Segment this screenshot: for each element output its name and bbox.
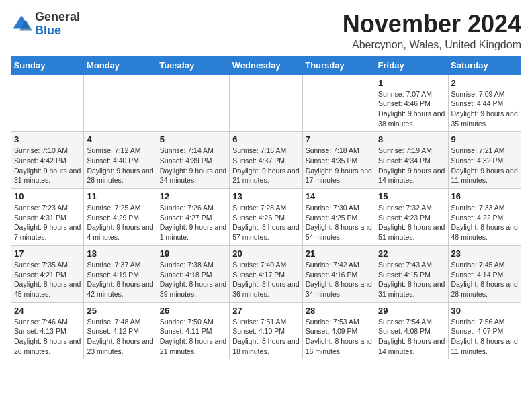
day-info: Sunrise: 7:46 AM Sunset: 4:13 PM Dayligh… <box>14 317 81 357</box>
day-info: Sunrise: 7:18 AM Sunset: 4:35 PM Dayligh… <box>306 146 372 185</box>
logo-icon <box>11 13 32 35</box>
day-number: 29 <box>378 306 445 316</box>
day-number: 18 <box>87 248 153 259</box>
day-info: Sunrise: 7:28 AM Sunset: 4:26 PM Dayligh… <box>232 203 299 242</box>
logo-blue: Blue <box>35 24 61 37</box>
day-cell: 19Sunrise: 7:38 AM Sunset: 4:18 PM Dayli… <box>157 245 229 302</box>
day-number: 13 <box>232 191 299 201</box>
day-number: 25 <box>87 306 153 316</box>
day-cell: 1Sunrise: 7:07 AM Sunset: 4:46 PM Daylig… <box>375 75 448 132</box>
day-cell: 28Sunrise: 7:53 AM Sunset: 4:09 PM Dayli… <box>302 302 375 359</box>
day-cell: 9Sunrise: 7:21 AM Sunset: 4:32 PM Daylig… <box>448 132 521 189</box>
title-area: November 2024 Abercynon, Wales, United K… <box>343 11 521 51</box>
day-cell <box>11 75 84 132</box>
day-number: 21 <box>306 248 372 259</box>
day-info: Sunrise: 7:07 AM Sunset: 4:46 PM Dayligh… <box>378 89 445 129</box>
day-cell: 8Sunrise: 7:19 AM Sunset: 4:34 PM Daylig… <box>375 132 448 189</box>
day-cell: 30Sunrise: 7:56 AM Sunset: 4:07 PM Dayli… <box>448 302 521 359</box>
day-info: Sunrise: 7:26 AM Sunset: 4:27 PM Dayligh… <box>160 203 226 242</box>
day-header-saturday: Saturday <box>448 56 521 75</box>
day-header-friday: Friday <box>375 56 448 75</box>
week-row-3: 10Sunrise: 7:23 AM Sunset: 4:31 PM Dayli… <box>11 189 521 246</box>
day-number: 15 <box>378 191 445 201</box>
day-cell <box>84 75 157 132</box>
day-info: Sunrise: 7:53 AM Sunset: 4:09 PM Dayligh… <box>306 317 372 357</box>
day-cell: 3Sunrise: 7:10 AM Sunset: 4:42 PM Daylig… <box>11 132 84 189</box>
day-cell <box>230 75 302 132</box>
day-cell <box>157 75 229 132</box>
day-number: 9 <box>451 134 518 144</box>
day-info: Sunrise: 7:25 AM Sunset: 4:29 PM Dayligh… <box>87 203 153 242</box>
day-cell: 16Sunrise: 7:33 AM Sunset: 4:22 PM Dayli… <box>448 189 521 246</box>
day-cell: 18Sunrise: 7:37 AM Sunset: 4:19 PM Dayli… <box>84 245 157 302</box>
day-cell: 12Sunrise: 7:26 AM Sunset: 4:27 PM Dayli… <box>157 189 229 246</box>
logo-general: General <box>35 10 80 24</box>
header: General Blue November 2024 Abercynon, Wa… <box>11 11 521 51</box>
day-info: Sunrise: 7:16 AM Sunset: 4:37 PM Dayligh… <box>232 146 299 185</box>
day-info: Sunrise: 7:56 AM Sunset: 4:07 PM Dayligh… <box>451 317 518 357</box>
day-cell: 23Sunrise: 7:45 AM Sunset: 4:14 PM Dayli… <box>448 245 521 302</box>
day-number: 12 <box>160 191 226 201</box>
day-number: 19 <box>160 248 226 259</box>
day-number: 22 <box>378 248 445 259</box>
week-row-1: 1Sunrise: 7:07 AM Sunset: 4:46 PM Daylig… <box>11 75 521 132</box>
month-title: November 2024 <box>343 11 521 38</box>
day-cell: 15Sunrise: 7:32 AM Sunset: 4:23 PM Dayli… <box>375 189 448 246</box>
day-info: Sunrise: 7:21 AM Sunset: 4:32 PM Dayligh… <box>451 146 518 185</box>
day-cell: 21Sunrise: 7:42 AM Sunset: 4:16 PM Dayli… <box>302 245 375 302</box>
day-cell: 10Sunrise: 7:23 AM Sunset: 4:31 PM Dayli… <box>11 189 84 246</box>
location-title: Abercynon, Wales, United Kingdom <box>343 39 521 51</box>
day-header-monday: Monday <box>84 56 157 75</box>
day-number: 27 <box>232 306 299 316</box>
day-cell: 20Sunrise: 7:40 AM Sunset: 4:17 PM Dayli… <box>230 245 302 302</box>
day-info: Sunrise: 7:54 AM Sunset: 4:08 PM Dayligh… <box>378 317 445 357</box>
day-info: Sunrise: 7:50 AM Sunset: 4:11 PM Dayligh… <box>160 317 226 357</box>
day-number: 16 <box>451 191 518 201</box>
day-header-thursday: Thursday <box>302 56 375 75</box>
day-cell: 11Sunrise: 7:25 AM Sunset: 4:29 PM Dayli… <box>84 189 157 246</box>
day-number: 10 <box>14 191 81 201</box>
day-info: Sunrise: 7:19 AM Sunset: 4:34 PM Dayligh… <box>378 146 445 185</box>
day-cell <box>302 75 375 132</box>
day-number: 26 <box>160 306 226 316</box>
day-cell: 24Sunrise: 7:46 AM Sunset: 4:13 PM Dayli… <box>11 302 84 359</box>
day-number: 30 <box>451 306 518 316</box>
day-info: Sunrise: 7:42 AM Sunset: 4:16 PM Dayligh… <box>306 260 372 300</box>
day-info: Sunrise: 7:12 AM Sunset: 4:40 PM Dayligh… <box>87 146 153 185</box>
day-info: Sunrise: 7:35 AM Sunset: 4:21 PM Dayligh… <box>14 260 81 300</box>
day-cell: 14Sunrise: 7:30 AM Sunset: 4:25 PM Dayli… <box>302 189 375 246</box>
week-row-2: 3Sunrise: 7:10 AM Sunset: 4:42 PM Daylig… <box>11 132 521 189</box>
day-number: 4 <box>87 134 153 144</box>
day-cell: 25Sunrise: 7:48 AM Sunset: 4:12 PM Dayli… <box>84 302 157 359</box>
day-header-wednesday: Wednesday <box>230 56 302 75</box>
week-row-5: 24Sunrise: 7:46 AM Sunset: 4:13 PM Dayli… <box>11 302 521 359</box>
day-cell: 17Sunrise: 7:35 AM Sunset: 4:21 PM Dayli… <box>11 245 84 302</box>
day-info: Sunrise: 7:30 AM Sunset: 4:25 PM Dayligh… <box>306 203 372 242</box>
day-number: 3 <box>14 134 81 144</box>
day-cell: 27Sunrise: 7:51 AM Sunset: 4:10 PM Dayli… <box>230 302 302 359</box>
day-header-tuesday: Tuesday <box>157 56 229 75</box>
day-info: Sunrise: 7:14 AM Sunset: 4:39 PM Dayligh… <box>160 146 226 185</box>
day-cell: 4Sunrise: 7:12 AM Sunset: 4:40 PM Daylig… <box>84 132 157 189</box>
day-cell: 26Sunrise: 7:50 AM Sunset: 4:11 PM Dayli… <box>157 302 229 359</box>
day-info: Sunrise: 7:43 AM Sunset: 4:15 PM Dayligh… <box>378 260 445 300</box>
day-number: 8 <box>378 134 445 144</box>
day-number: 11 <box>87 191 153 201</box>
day-number: 24 <box>14 306 81 316</box>
day-cell: 13Sunrise: 7:28 AM Sunset: 4:26 PM Dayli… <box>230 189 302 246</box>
day-number: 20 <box>232 248 299 259</box>
day-number: 5 <box>160 134 226 144</box>
day-cell: 5Sunrise: 7:14 AM Sunset: 4:39 PM Daylig… <box>157 132 229 189</box>
day-cell: 2Sunrise: 7:09 AM Sunset: 4:44 PM Daylig… <box>448 75 521 132</box>
day-number: 2 <box>451 78 518 88</box>
day-cell: 7Sunrise: 7:18 AM Sunset: 4:35 PM Daylig… <box>302 132 375 189</box>
day-number: 1 <box>378 78 445 88</box>
day-info: Sunrise: 7:32 AM Sunset: 4:23 PM Dayligh… <box>378 203 445 242</box>
day-number: 14 <box>306 191 372 201</box>
day-number: 6 <box>232 134 299 144</box>
day-info: Sunrise: 7:37 AM Sunset: 4:19 PM Dayligh… <box>87 260 153 300</box>
day-number: 7 <box>306 134 372 144</box>
day-number: 23 <box>451 248 518 259</box>
day-info: Sunrise: 7:33 AM Sunset: 4:22 PM Dayligh… <box>451 203 518 242</box>
day-info: Sunrise: 7:10 AM Sunset: 4:42 PM Dayligh… <box>14 146 81 185</box>
